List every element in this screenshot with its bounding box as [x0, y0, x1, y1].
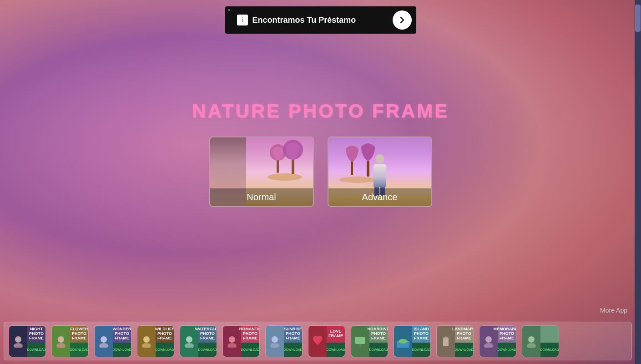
- svg-point-12: [101, 336, 107, 343]
- love-icon: [311, 335, 324, 348]
- svg-point-7: [339, 177, 376, 183]
- svg-point-21: [270, 343, 279, 348]
- app-icon-wonder: WONDERPHOTOFRAME DOWNLOAD: [94, 325, 131, 357]
- waterfall-portrait-icon: [183, 335, 196, 348]
- svg-point-30: [484, 343, 493, 348]
- normal-card-label: Normal: [210, 188, 313, 206]
- app-download-last: DOWNLOAD: [540, 343, 559, 357]
- page-title: NATURE PHOTO FRAME: [0, 100, 641, 122]
- normal-card[interactable]: Normal: [209, 136, 314, 207]
- app-label-wonder: WONDERPHOTOFRAME: [113, 326, 131, 343]
- romantic-portrait-icon: [226, 335, 238, 348]
- app-icon-flower: FLOWERPHOTOFRAME DOWNLOAD: [51, 325, 89, 357]
- app-strip: NIGHTPHOTOFRAME DOWNLOAD FLOWERPHOTOFRAM…: [4, 322, 632, 360]
- island-icon: [397, 335, 409, 348]
- app-item-island[interactable]: ISLANDPHOTOFRAME DOWNLOAD: [392, 325, 433, 357]
- app-icon-left-hoarding: [351, 326, 369, 357]
- app-item-sunrise[interactable]: SUNRISEPHOTOFRAME DOWNLOAD: [263, 325, 304, 357]
- app-icon-left-love: [308, 326, 327, 357]
- app-download-night: DOWNLOAD: [27, 343, 45, 357]
- app-label-flower: FLOWERPHOTOFRAME: [70, 326, 88, 343]
- app-icon-sunrise: SUNRISEPHOTOFRAME DOWNLOAD: [265, 325, 303, 357]
- svg-point-32: [527, 343, 536, 348]
- ad-arrow-button[interactable]: [393, 10, 412, 30]
- app-item-wildlife[interactable]: WILDLIFEPHOTOFRAME DOWNLOAD: [135, 325, 176, 357]
- app-item-romantic[interactable]: ROMANTICPHOTOFRAME DOWNLOAD: [221, 325, 262, 357]
- app-download-romantic: DOWNLOAD: [241, 343, 259, 357]
- app-label-love: LOVEFRAME: [327, 326, 345, 343]
- app-item-waterfall[interactable]: WATERFALLPHOTOFRAME DOWNLOAD: [178, 325, 219, 357]
- more-app-label: More App: [600, 307, 627, 314]
- app-label-romantic: ROMANTICPHOTOFRAME: [241, 326, 259, 343]
- svg-rect-22: [355, 337, 365, 344]
- app-item-wonder[interactable]: WONDERPHOTOFRAME DOWNLOAD: [92, 325, 133, 357]
- app-label-last: [540, 326, 559, 343]
- app-icon-waterfall: WATERFALLPHOTOFRAME DOWNLOAD: [180, 325, 217, 357]
- ad-banner[interactable]: × i Encontramos Tu Préstamo: [225, 6, 416, 34]
- app-icon-right-island: ISLANDPHOTOFRAME DOWNLOAD: [412, 326, 430, 357]
- app-label-wildlife: WILDLIFEPHOTOFRAME: [156, 326, 174, 343]
- advance-card[interactable]: Advance: [328, 136, 432, 207]
- app-item-memorable[interactable]: MEMORABLEPHOTOFRAME DOWNLOAD: [477, 325, 518, 357]
- app-icon-right-love: LOVEFRAME DOWNLOAD: [327, 326, 345, 357]
- app-icon-last: DOWNLOAD: [522, 325, 559, 357]
- scrollbar-thumb[interactable]: [635, 5, 641, 32]
- app-icon-left-romantic: [223, 326, 241, 357]
- svg-rect-6: [367, 161, 369, 177]
- arrow-right-icon: [399, 16, 406, 24]
- svg-point-8: [15, 336, 21, 343]
- app-download-flower: DOWNLOAD: [70, 343, 88, 357]
- app-label-waterfall: WATERFALLPHOTOFRAME: [198, 326, 217, 343]
- app-download-island: DOWNLOAD: [412, 343, 430, 357]
- app-item-landmark[interactable]: LANDMARKPHOTOFRAME DOWNLOAD: [434, 325, 475, 357]
- app-icon-right-wildlife: WILDLIFEPHOTOFRAME DOWNLOAD: [156, 326, 174, 357]
- svg-point-20: [272, 336, 278, 343]
- app-icon-memorable: MEMORABLEPHOTOFRAME DOWNLOAD: [479, 325, 516, 357]
- app-icon-left-island: [394, 326, 412, 357]
- app-item-love[interactable]: LOVEFRAME DOWNLOAD: [306, 325, 347, 357]
- svg-rect-1: [277, 160, 279, 173]
- app-download-waterfall: DOWNLOAD: [198, 343, 217, 357]
- app-icon-right-sunrise: SUNRISEPHOTOFRAME DOWNLOAD: [284, 326, 302, 357]
- app-label-memorable: MEMORABLEPHOTOFRAME: [498, 326, 516, 343]
- app-item-night[interactable]: NIGHTPHOTOFRAME DOWNLOAD: [7, 325, 48, 357]
- landmark-icon: [439, 335, 452, 348]
- scrollbar[interactable]: [635, 0, 641, 364]
- app-label-landmark: LANDMARKPHOTOFRAME: [455, 326, 473, 343]
- wonder-portrait-icon: [97, 335, 110, 348]
- app-icon-romantic: ROMANTICPHOTOFRAME DOWNLOAD: [222, 325, 260, 357]
- app-icon-right-hoarding: HOARDINGPHOTOFRAME DOWNLOAD: [369, 326, 388, 357]
- app-item-hoarding[interactable]: HOARDINGPHOTOFRAME DOWNLOAD: [349, 325, 390, 357]
- sunrise-portrait-icon: [268, 335, 281, 348]
- ad-close-button[interactable]: ×: [228, 7, 231, 13]
- app-download-hoarding: DOWNLOAD: [369, 343, 388, 357]
- mode-cards-container: Normal Adv: [209, 136, 432, 207]
- app-icon-left-last: [522, 326, 540, 357]
- app-icon-landmark: LANDMARKPHOTOFRAME DOWNLOAD: [436, 325, 474, 357]
- app-download-landmark: DOWNLOAD: [455, 343, 473, 357]
- svg-rect-28: [445, 336, 446, 338]
- app-icon-left-flower: [52, 326, 70, 357]
- svg-point-31: [528, 336, 535, 343]
- app-icon-right-night: NIGHTPHOTOFRAME DOWNLOAD: [27, 326, 45, 357]
- app-icon-right-waterfall: WATERFALLPHOTOFRAME DOWNLOAD: [198, 326, 217, 357]
- app-download-wildlife: DOWNLOAD: [156, 343, 174, 357]
- app-icon-hoarding: HOARDINGPHOTOFRAME DOWNLOAD: [351, 325, 388, 357]
- svg-point-25: [399, 339, 408, 344]
- flower-portrait-icon: [55, 335, 67, 348]
- app-item-flower[interactable]: FLOWERPHOTOFRAME DOWNLOAD: [50, 325, 91, 357]
- app-icon-right-romantic: ROMANTICPHOTOFRAME DOWNLOAD: [241, 326, 259, 357]
- app-download-love: DOWNLOAD: [327, 343, 345, 357]
- app-item-last[interactable]: DOWNLOAD: [520, 325, 561, 357]
- app-icon-left-wonder: [95, 326, 113, 357]
- app-download-memorable: DOWNLOAD: [498, 343, 516, 357]
- app-icon-right-flower: FLOWERPHOTOFRAME DOWNLOAD: [70, 326, 88, 357]
- app-icon-left-sunrise: [266, 326, 284, 357]
- app-icon-right-landmark: LANDMARKPHOTOFRAME DOWNLOAD: [455, 326, 473, 357]
- heart-tree-svg-normal: [267, 140, 303, 181]
- svg-rect-5: [351, 162, 353, 175]
- advance-card-label: Advance: [328, 188, 431, 206]
- app-icon-night: NIGHTPHOTOFRAME DOWNLOAD: [9, 325, 46, 357]
- svg-point-13: [99, 343, 108, 348]
- svg-point-18: [229, 336, 235, 343]
